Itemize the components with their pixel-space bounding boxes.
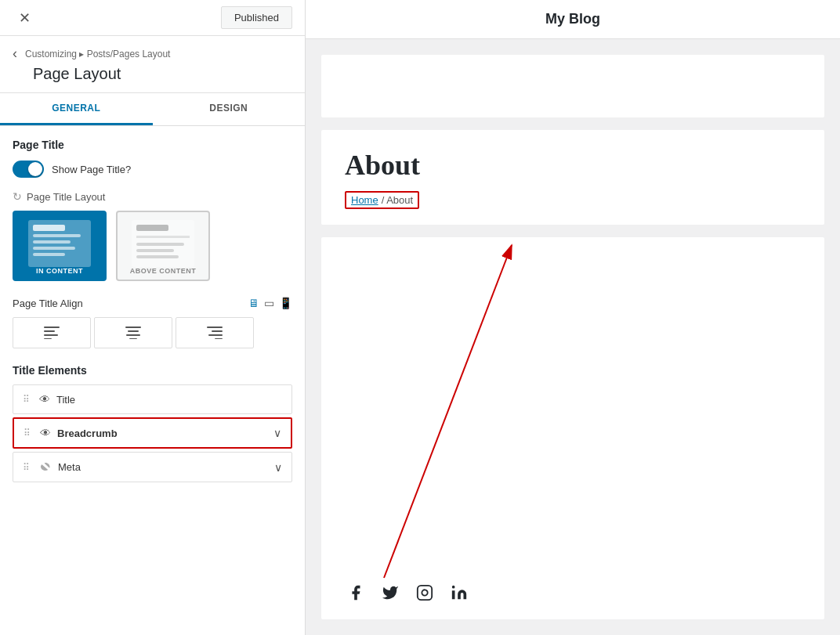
panel-content: Page Title Show Page Title? ↻ Page Title…	[0, 126, 305, 635]
twitter-icon	[379, 582, 401, 604]
svg-rect-4	[125, 327, 141, 328]
drag-handle-breadcrumb[interactable]: ⠿	[24, 428, 31, 438]
svg-rect-12	[418, 586, 432, 600]
show-page-title-label: Show Page Title?	[52, 164, 131, 175]
layout-label: ↻ Page Title Layout	[13, 190, 292, 203]
align-center-button[interactable]	[94, 317, 172, 348]
close-button[interactable]: ✕	[13, 6, 37, 30]
desktop-icon[interactable]: 🖥	[248, 297, 259, 309]
preview-site-title: My Blog	[306, 0, 840, 39]
element-row-title: ⠿ 👁 Title	[13, 384, 292, 414]
align-header: Page Title Align 🖥 ▭ 📱	[13, 297, 292, 309]
layout-options: IN CONTENT ABOVE CONTENT	[13, 211, 292, 281]
panel-tabs: GENERAL DESIGN	[0, 93, 305, 126]
svg-rect-0	[44, 327, 60, 328]
tab-general[interactable]: GENERAL	[0, 93, 153, 125]
layout-option-above-content[interactable]: ABOVE CONTENT	[116, 211, 210, 281]
svg-rect-14	[452, 590, 455, 599]
svg-point-15	[452, 586, 455, 589]
svg-rect-3	[44, 338, 52, 339]
instagram-icon	[414, 582, 436, 604]
element-name-meta: Meta	[58, 461, 268, 473]
svg-rect-2	[44, 334, 58, 336]
eye-icon-title[interactable]: 👁	[39, 393, 50, 406]
element-row-meta: ⠿ Meta ∨	[13, 452, 292, 482]
svg-rect-10	[208, 334, 223, 336]
eye-icon-breadcrumb[interactable]: 👁	[40, 427, 51, 439]
drag-handle-title[interactable]: ⠿	[23, 394, 30, 405]
align-buttons	[13, 317, 292, 348]
preview-nav-block	[321, 55, 824, 117]
show-page-title-row: Show Page Title?	[13, 161, 292, 178]
preview-about-title: About	[345, 149, 801, 182]
show-page-title-toggle[interactable]	[13, 161, 44, 178]
page-title-layout-section: ↻ Page Title Layout IN CONT	[13, 190, 292, 281]
svg-rect-7	[129, 338, 137, 339]
svg-rect-6	[126, 334, 140, 336]
element-name-title: Title	[56, 394, 282, 406]
preview-about-block: About Home / About	[321, 130, 824, 225]
device-icons: 🖥 ▭ 📱	[248, 297, 292, 309]
mobile-icon[interactable]: 📱	[279, 297, 292, 309]
element-row-breadcrumb: ⠿ 👁 Breadcrumb ∨	[13, 417, 292, 449]
svg-rect-11	[215, 338, 223, 339]
svg-rect-5	[128, 330, 139, 332]
above-content-label: ABOVE CONTENT	[130, 267, 197, 275]
layout-option-in-content[interactable]: IN CONTENT	[13, 211, 107, 281]
breadcrumb-chevron-button[interactable]: ∨	[273, 427, 281, 439]
align-title: Page Title Align	[13, 298, 83, 309]
layout-section-label: Page Title Layout	[27, 191, 105, 203]
align-left-button[interactable]	[13, 317, 91, 348]
title-elements-heading: Title Elements	[13, 364, 292, 377]
preview-breadcrumb: Home / About	[345, 191, 419, 209]
svg-rect-1	[44, 330, 55, 332]
tablet-icon[interactable]: ▭	[264, 297, 274, 309]
preview-body: About Home / About	[306, 39, 840, 635]
svg-rect-8	[207, 327, 223, 328]
social-icons	[345, 582, 470, 604]
top-bar: ✕ Published	[0, 0, 305, 36]
preview-content-block	[321, 237, 824, 619]
left-panel: ✕ Published ‹ Customizing ▸ Posts/Pages …	[0, 0, 306, 635]
linkedin-icon	[448, 582, 470, 604]
panel-breadcrumb-nav: ‹ Customizing ▸ Posts/Pages Layout	[0, 36, 305, 62]
breadcrumb-home-link[interactable]: Home	[351, 194, 378, 206]
title-elements-section: Title Elements ⠿ 👁 Title ⠿ 👁 Breadcrumb …	[13, 364, 292, 482]
panel-section-title: Page Layout	[0, 62, 305, 93]
element-name-breadcrumb: Breadcrumb	[57, 428, 267, 439]
breadcrumb-separator: / About	[382, 194, 413, 206]
back-button[interactable]: ‹	[13, 45, 17, 62]
published-button[interactable]: Published	[221, 6, 292, 29]
align-right-button[interactable]	[176, 317, 254, 348]
panel-breadcrumb-text: Customizing ▸ Posts/Pages Layout	[25, 49, 170, 60]
page-title-section-heading: Page Title	[13, 139, 292, 151]
drag-handle-meta[interactable]: ⠿	[23, 462, 30, 473]
eye-icon-meta[interactable]	[39, 460, 52, 474]
page-title-align-section: Page Title Align 🖥 ▭ 📱	[13, 297, 292, 348]
tab-design[interactable]: DESIGN	[153, 93, 306, 125]
preview-panel: My Blog About Home / About	[306, 0, 840, 635]
facebook-icon	[345, 582, 367, 604]
svg-rect-9	[212, 330, 223, 332]
in-content-label: IN CONTENT	[36, 267, 83, 275]
meta-chevron-button[interactable]: ∨	[274, 461, 282, 474]
